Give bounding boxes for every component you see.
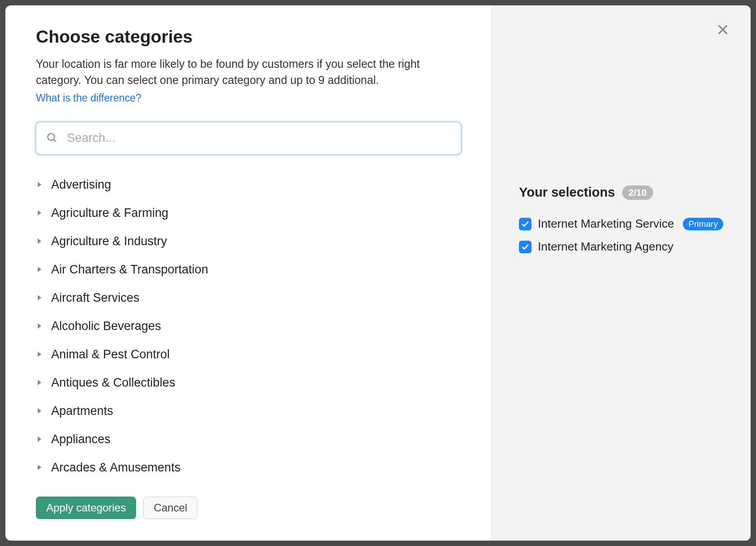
chevron-right-icon <box>36 407 43 414</box>
chevron-right-icon <box>36 379 43 386</box>
svg-marker-5 <box>38 267 41 272</box>
category-list[interactable]: AdvertisingAgriculture & FarmingAgricult… <box>36 171 461 486</box>
selections-title: Your selections <box>519 185 615 200</box>
svg-marker-6 <box>38 295 41 300</box>
apply-button[interactable]: Apply categories <box>36 497 136 519</box>
category-label: Agriculture & Farming <box>51 206 168 220</box>
svg-marker-12 <box>38 465 41 470</box>
category-item[interactable]: Agriculture & Farming <box>36 199 452 227</box>
category-label: Air Charters & Transportation <box>51 263 208 277</box>
category-item[interactable]: Advertising <box>36 171 452 199</box>
category-item[interactable]: Apartments <box>36 397 452 425</box>
right-panel: Your selections 2/10 Internet Marketing … <box>492 5 751 541</box>
svg-marker-9 <box>38 380 41 385</box>
selections-count-badge: 2/10 <box>622 185 653 200</box>
selection-item: Internet Marketing ServicePrimary <box>519 212 724 235</box>
category-label: Appliances <box>51 432 110 446</box>
category-label: Alcoholic Beverages <box>51 319 161 333</box>
category-item[interactable]: Agriculture & Industry <box>36 227 452 255</box>
svg-marker-8 <box>38 352 41 357</box>
category-item[interactable]: Arcades & Amusements <box>36 454 452 482</box>
category-item[interactable]: Animal & Pest Control <box>36 340 452 369</box>
cancel-button[interactable]: Cancel <box>143 497 198 519</box>
category-item[interactable]: Air Charters & Transportation <box>36 255 452 284</box>
svg-line-1 <box>53 139 56 141</box>
selections-list: Internet Marketing ServicePrimaryInterne… <box>519 212 724 258</box>
chevron-right-icon <box>36 322 43 330</box>
button-row: Apply categories Cancel <box>36 497 461 519</box>
svg-marker-11 <box>38 436 41 442</box>
svg-point-0 <box>48 133 54 140</box>
chevron-right-icon <box>36 464 43 471</box>
search-icon <box>46 132 57 145</box>
selection-label: Internet Marketing Service <box>538 217 674 231</box>
page-title: Choose categories <box>36 27 461 47</box>
category-label: Antiques & Collectibles <box>51 376 175 390</box>
category-label: Apartments <box>51 404 113 418</box>
selection-checkbox[interactable] <box>519 218 532 230</box>
svg-marker-2 <box>38 182 41 187</box>
chevron-right-icon <box>36 351 43 358</box>
svg-marker-3 <box>38 210 41 216</box>
search-input[interactable] <box>36 122 461 154</box>
category-label: Aircraft Services <box>51 291 140 305</box>
selection-label: Internet Marketing Agency <box>538 240 673 254</box>
svg-marker-4 <box>38 238 41 244</box>
close-button[interactable] <box>715 22 731 38</box>
chevron-right-icon <box>36 181 43 188</box>
selections-header: Your selections 2/10 <box>519 185 724 200</box>
help-link[interactable]: What is the difference? <box>36 92 461 104</box>
chevron-right-icon <box>36 294 43 301</box>
svg-marker-7 <box>38 323 41 329</box>
category-item[interactable]: Appliances <box>36 425 452 454</box>
category-label: Advertising <box>51 178 111 192</box>
category-label: Animal & Pest Control <box>51 348 170 361</box>
selection-checkbox[interactable] <box>519 241 532 253</box>
selection-item: Internet Marketing Agency <box>519 235 724 258</box>
svg-marker-10 <box>38 408 41 414</box>
left-panel: Choose categories Your location is far m… <box>5 5 492 541</box>
primary-badge: Primary <box>683 218 723 230</box>
page-subtitle: Your location is far more likely to be f… <box>36 56 458 88</box>
category-label: Arcades & Amusements <box>51 461 180 475</box>
category-label: Agriculture & Industry <box>51 234 167 248</box>
chevron-right-icon <box>36 266 43 273</box>
category-item[interactable]: Aircraft Services <box>36 284 452 312</box>
close-icon <box>716 22 730 37</box>
choose-categories-modal: Choose categories Your location is far m… <box>5 5 751 541</box>
chevron-right-icon <box>36 436 43 443</box>
chevron-right-icon <box>36 209 43 216</box>
category-item[interactable]: Antiques & Collectibles <box>36 369 452 397</box>
chevron-right-icon <box>36 238 43 245</box>
category-item[interactable]: Alcoholic Beverages <box>36 312 452 340</box>
search-container <box>36 122 461 154</box>
